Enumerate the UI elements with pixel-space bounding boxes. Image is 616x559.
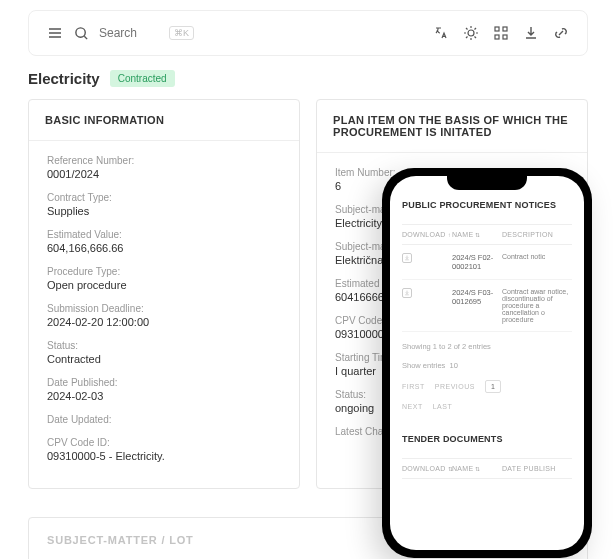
- search-icon[interactable]: [73, 25, 89, 41]
- col-download[interactable]: DOWNLOAD↑: [402, 231, 446, 238]
- page-title: Electricity: [28, 70, 100, 87]
- translate-icon[interactable]: [433, 25, 449, 41]
- field-label: Status:: [47, 340, 281, 351]
- show-entries: Show entries 10: [402, 361, 572, 370]
- svg-rect-15: [503, 27, 507, 31]
- svg-point-5: [468, 30, 474, 36]
- field-label: Date Published:: [47, 377, 281, 388]
- plan-item-heading: PLAN ITEM ON THE BASIS OF WHICH THE PROC…: [317, 100, 587, 153]
- status-badge: Contracted: [110, 70, 175, 87]
- show-entries-select[interactable]: 10: [450, 361, 458, 370]
- field-label: Estimated Value:: [47, 229, 281, 240]
- svg-point-3: [75, 27, 84, 36]
- pager-page[interactable]: 1: [485, 380, 501, 393]
- row-name: 2024/S F03-0012695: [452, 288, 496, 306]
- svg-line-4: [84, 36, 87, 39]
- search-input[interactable]: [99, 26, 159, 40]
- field-label: Contract Type:: [47, 192, 281, 203]
- basic-info-heading: BASIC INFORMATION: [29, 100, 299, 141]
- download-row-icon[interactable]: [402, 253, 412, 263]
- svg-line-12: [466, 37, 468, 39]
- pager-prev[interactable]: PREVIOUS: [435, 383, 475, 390]
- field-label: CPV Code ID:: [47, 437, 281, 448]
- pager-next[interactable]: NEXT: [402, 403, 423, 410]
- menu-icon[interactable]: [47, 25, 63, 41]
- row-name: 2024/S F02-0002101: [452, 253, 496, 271]
- field-value: Supplies: [47, 205, 281, 217]
- field-value: Contracted: [47, 353, 281, 365]
- field-value: 09310000-5 - Electricity.: [47, 450, 281, 462]
- row-desc: Contract notic: [502, 253, 572, 260]
- pagination-2: NEXT LAST: [402, 403, 572, 410]
- page-title-bar: Electricity Contracted: [28, 70, 588, 87]
- field-label: Date Updated:: [47, 414, 281, 425]
- col-description[interactable]: DESCRIPTION: [502, 231, 572, 238]
- svg-rect-14: [495, 27, 499, 31]
- svg-rect-16: [495, 35, 499, 39]
- sort-up-icon: ↑: [448, 232, 451, 238]
- phone-mockup: PUBLIC PROCUREMENT NOTICES DOWNLOAD↑ NAM…: [382, 168, 592, 558]
- phone-notch: [447, 176, 527, 190]
- row-desc: Contract awar notice, discontinuatio of …: [502, 288, 572, 323]
- search-shortcut: ⌘K: [169, 26, 194, 40]
- basic-info-card: BASIC INFORMATION Reference Number:0001/…: [28, 99, 300, 489]
- svg-rect-17: [503, 35, 507, 39]
- field-value: Open procedure: [47, 279, 281, 291]
- field-value: 2024-02-20 12:00:00: [47, 316, 281, 328]
- link-icon[interactable]: [553, 25, 569, 41]
- pagination: FIRST PREVIOUS 1: [402, 380, 572, 393]
- sort-icon: ⇅: [475, 466, 480, 472]
- col-date-published[interactable]: DATE PUBLISH: [502, 465, 572, 472]
- table-row: 2024/S F02-0002101 Contract notic: [402, 245, 572, 280]
- svg-line-13: [475, 28, 477, 30]
- col-download[interactable]: DOWNLOAD⇅: [402, 465, 446, 472]
- field-label: Submission Deadline:: [47, 303, 281, 314]
- svg-line-10: [466, 28, 468, 30]
- notices-card: PUBLIC PROCUREMENT NOTICES DOWNLOAD↑ NAM…: [402, 200, 572, 410]
- top-toolbar: ⌘K: [28, 10, 588, 56]
- tender-table-header: DOWNLOAD⇅ NAME⇅ DATE PUBLISH: [402, 458, 572, 479]
- svg-line-11: [475, 37, 477, 39]
- download-row-icon[interactable]: [402, 288, 412, 298]
- theme-icon[interactable]: [463, 25, 479, 41]
- field-label: Procedure Type:: [47, 266, 281, 277]
- field-label: Reference Number:: [47, 155, 281, 166]
- grid-icon[interactable]: [493, 25, 509, 41]
- col-name[interactable]: NAME⇅: [452, 465, 496, 472]
- field-value: 0001/2024: [47, 168, 281, 180]
- tender-card: TENDER DOCUMENTS DOWNLOAD⇅ NAME⇅ DATE PU…: [402, 434, 572, 479]
- notices-heading: PUBLIC PROCUREMENT NOTICES: [402, 200, 572, 210]
- entries-summary: Showing 1 to 2 of 2 entries: [402, 342, 572, 351]
- col-name[interactable]: NAME⇅: [452, 231, 496, 238]
- field-value: 2024-02-03: [47, 390, 281, 402]
- download-icon[interactable]: [523, 25, 539, 41]
- field-value: 604,166,666.66: [47, 242, 281, 254]
- pager-first[interactable]: FIRST: [402, 383, 425, 390]
- notices-table-header: DOWNLOAD↑ NAME⇅ DESCRIPTION: [402, 224, 572, 245]
- pager-last[interactable]: LAST: [433, 403, 453, 410]
- tender-heading: TENDER DOCUMENTS: [402, 434, 572, 444]
- table-row: 2024/S F03-0012695 Contract awar notice,…: [402, 280, 572, 332]
- sort-icon: ⇅: [475, 232, 480, 238]
